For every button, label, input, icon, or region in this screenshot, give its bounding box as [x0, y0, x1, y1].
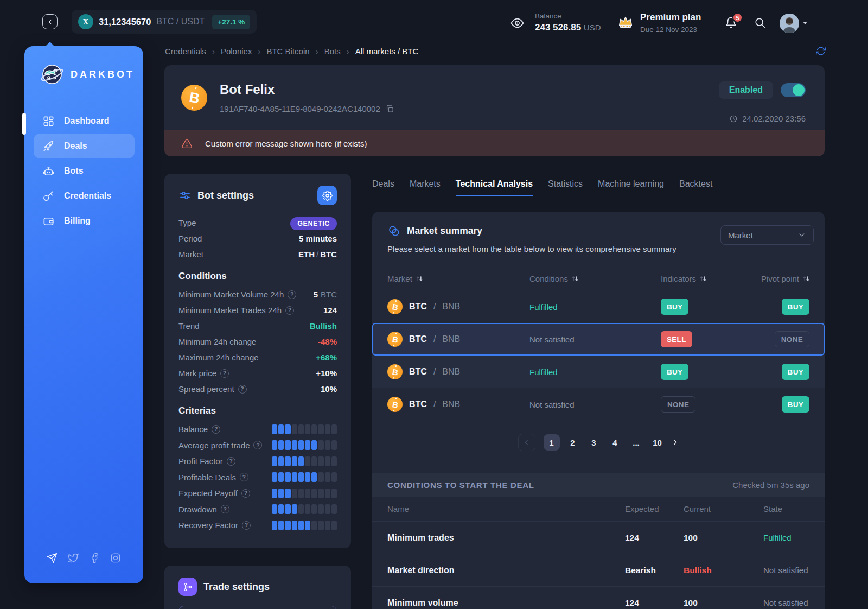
tab[interactable]: Deals	[372, 179, 394, 196]
sidebar-notch	[46, 42, 54, 46]
bot-settings-title: Bot settings	[197, 190, 254, 201]
help-icon[interactable]: ?	[285, 306, 294, 315]
condition-row: Maximum 24h change +68%	[178, 350, 337, 365]
sidebar-item-dashboard[interactable]: Dashboard	[34, 109, 135, 134]
key-icon	[42, 190, 55, 202]
col-state: State	[763, 504, 809, 513]
page-button[interactable]: 2	[565, 434, 581, 451]
back-button[interactable]	[42, 14, 58, 29]
pivot-badge[interactable]: BUY	[782, 299, 809, 315]
help-icon[interactable]: ?	[241, 489, 250, 498]
help-icon[interactable]: ?	[212, 425, 220, 434]
refresh-icon[interactable]	[816, 46, 826, 56]
breadcrumb-item[interactable]: Credentials	[165, 47, 206, 56]
indicator-badge[interactable]: NONE	[661, 396, 695, 413]
indicator-badge[interactable]: SELL	[661, 331, 692, 347]
help-icon[interactable]: ?	[227, 457, 235, 466]
genetic-badge: GENETIC	[290, 217, 337, 230]
indicator-badge[interactable]: BUY	[661, 299, 688, 315]
market-row[interactable]: B BTC/BNB Not satisfied NONE BUY	[372, 388, 825, 421]
rocket-icon	[42, 140, 55, 153]
tab[interactable]: Technical Analysis	[456, 179, 533, 196]
facebook-icon[interactable]	[89, 553, 100, 563]
trade-settings-field[interactable]	[178, 606, 337, 609]
deal-conditions-checked: Checked 5m 35s ago	[732, 480, 809, 490]
pivot-badge[interactable]: BUY	[782, 396, 809, 413]
avatar-photo	[780, 14, 799, 33]
plan-widget[interactable]: Premium plan Due 12 Nov 2023	[640, 12, 701, 34]
help-icon[interactable]: ?	[288, 290, 296, 299]
sidebar-item-billing[interactable]: Billing	[34, 208, 135, 233]
tab[interactable]: Statistics	[548, 179, 583, 196]
pivot-badge[interactable]: BUY	[782, 364, 809, 380]
settings-gear-button[interactable]	[317, 186, 337, 205]
btc-coin-icon: B	[387, 332, 403, 347]
criteria-bar	[272, 489, 337, 498]
breadcrumb-item[interactable]: Poloniex	[221, 47, 252, 56]
page-button[interactable]: 1	[544, 434, 560, 451]
col-pivot-point[interactable]: Pivot point	[761, 274, 809, 283]
next-page-button[interactable]	[671, 438, 679, 447]
dashboard-grid-icon	[42, 115, 55, 128]
col-market[interactable]: Market	[387, 274, 529, 283]
market-row[interactable]: B BTC/BNB Fulfilled BUY BUY	[372, 356, 825, 388]
sidebar-item-credentials[interactable]: Credentials	[34, 183, 135, 208]
help-icon[interactable]: ?	[240, 473, 248, 481]
ticker-widget[interactable]: X 31,12345670 BTC / USDT +27.1 %	[72, 10, 257, 34]
sidebar-item-deals[interactable]: Deals	[34, 134, 135, 158]
bot-settings-card: Bot settings Type GENETIC Period 5 minut…	[164, 174, 351, 548]
help-icon[interactable]: ?	[221, 505, 229, 513]
sidebar-item-bots[interactable]: Bots	[34, 158, 135, 183]
breadcrumb-item[interactable]: Bots	[324, 47, 341, 56]
prev-page-button[interactable]	[518, 434, 535, 451]
enabled-toggle[interactable]	[781, 83, 806, 97]
market-summary-icon	[387, 224, 401, 238]
copy-icon[interactable]	[385, 104, 394, 113]
condition-row: Minimum Market Volume 24h? 5 BTC	[178, 287, 337, 302]
deal-condition-row: Minimum volume 124 100 Not satisfied	[372, 587, 825, 609]
page-button[interactable]: 3	[586, 434, 602, 451]
ticker-change-badge: +27.1 %	[212, 15, 250, 29]
error-message: Custom error message shown here (if exis…	[205, 139, 367, 148]
market-select-dropdown[interactable]: Market	[720, 225, 814, 245]
help-icon[interactable]: ?	[238, 385, 247, 394]
page-button[interactable]: ...	[628, 434, 644, 451]
deal-conditions-title: CONDITIONS TO START THE DEAL	[387, 480, 534, 490]
tab[interactable]: Markets	[410, 179, 441, 196]
pivot-badge[interactable]: NONE	[775, 331, 809, 347]
criterias-section-title: Criterias	[178, 405, 337, 416]
tab[interactable]: Machine learning	[598, 179, 664, 196]
brand-wordmark: DARKBOT	[71, 69, 135, 80]
chevron-left-icon	[47, 18, 54, 26]
search-icon[interactable]	[754, 17, 766, 29]
setting-row-type: Type GENETIC	[178, 215, 337, 231]
instagram-icon[interactable]	[110, 553, 121, 563]
brand-logo[interactable]: DARKBOT	[40, 62, 135, 86]
avatar-caret-icon[interactable]	[803, 22, 807, 24]
tab[interactable]: Backtest	[679, 179, 712, 196]
market-summary-title: Market summary	[407, 225, 482, 237]
col-conditions[interactable]: Conditions	[529, 274, 661, 283]
help-icon[interactable]: ?	[242, 521, 251, 530]
indicator-badge[interactable]: BUY	[661, 364, 688, 380]
watch-eye-icon[interactable]	[510, 16, 524, 30]
criteria-row: Average profit trade?	[178, 437, 337, 454]
page-button[interactable]: 10	[649, 434, 666, 451]
sidebar-nav: Dashboard Deals Bots Credenti	[34, 109, 135, 233]
markets-table-header: Market Conditions Indicators Pivot point	[372, 268, 825, 290]
page-button[interactable]: 4	[607, 434, 623, 451]
help-icon[interactable]: ?	[253, 441, 262, 449]
deal-condition-row: Minimum trades 124 100 Fulfilled	[372, 522, 825, 554]
user-avatar[interactable]	[780, 14, 799, 33]
twitter-icon[interactable]	[68, 553, 79, 563]
market-row[interactable]: B BTC/BNB Fulfilled BUY BUY	[372, 290, 825, 323]
market-row[interactable]: B BTC/BNB Not satisfied SELL NONE	[372, 323, 825, 356]
col-indicators[interactable]: Indicators	[661, 274, 761, 283]
balance-widget: Balance 243 526.85 USD	[535, 12, 601, 33]
telegram-icon[interactable]	[47, 553, 58, 563]
condition-row: Spread percent? 10%	[178, 381, 337, 397]
bot-uuid: 191AF740-4A85-11E9-8049-0242AC140002	[220, 104, 394, 113]
help-icon[interactable]: ?	[220, 369, 229, 378]
breadcrumb-item[interactable]: BTC Bitcoin	[266, 47, 309, 56]
status-badge: Enabled	[719, 81, 773, 99]
